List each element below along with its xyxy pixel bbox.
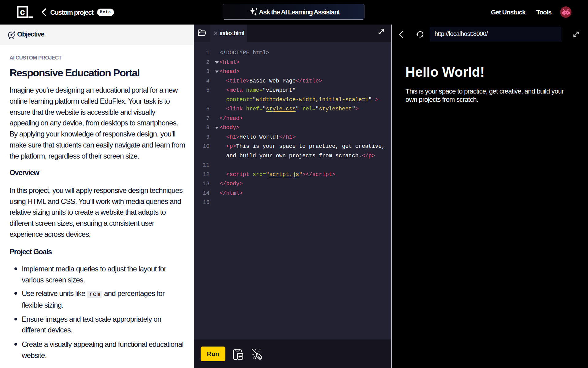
svg-text:c: c	[20, 7, 25, 18]
